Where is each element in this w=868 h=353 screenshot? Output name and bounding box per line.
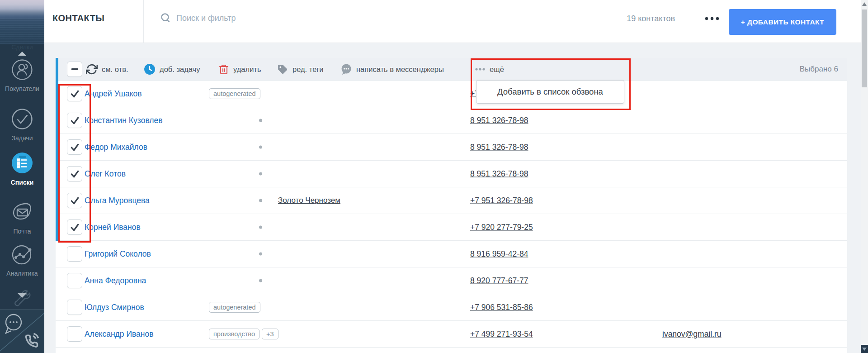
action-label: удалить <box>233 65 261 74</box>
search-input[interactable] <box>176 14 312 23</box>
contact-row: Анна Федоровна8 920 777-67-77 <box>56 267 847 294</box>
sidebar-item-settings[interactable] <box>0 286 44 311</box>
action-more[interactable]: ещё <box>475 58 504 81</box>
wrench-icon <box>10 286 34 310</box>
search-bar[interactable] <box>160 12 312 24</box>
scroll-down-button[interactable] <box>861 345 868 353</box>
status-dot-icon <box>259 119 262 122</box>
phone-link[interactable]: 8 916 959-42-84 <box>470 249 528 259</box>
sidebar: Сделки Покупатели Задачи Списки Почта Ан… <box>0 0 44 353</box>
phone-link[interactable]: 8 951 326-78-98 <box>470 169 528 179</box>
sidebar-scroll-down[interactable] <box>0 293 44 298</box>
status-dot-icon <box>259 226 262 229</box>
action-write-messengers[interactable]: написать в мессенджеры <box>340 58 444 81</box>
check-icon <box>70 222 80 233</box>
row-checkbox[interactable] <box>67 193 82 208</box>
contact-row: Александр Ивановпроизводство+3+7 499 271… <box>56 321 847 348</box>
phone-link[interactable]: +7 920 277-79-25 <box>470 223 533 232</box>
chevron-up-icon[interactable] <box>18 52 26 56</box>
ellipsis-icon <box>475 67 486 71</box>
contact-name-link[interactable]: Григорий Соколов <box>85 249 151 259</box>
sidebar-item-lists[interactable]: Списки <box>0 151 44 186</box>
contacts-panel: см. отв. доб. задачу удалить ред. теги н… <box>56 58 847 353</box>
contact-tag: производство <box>209 329 259 339</box>
chat-bubble-icon <box>6 315 21 333</box>
company-link[interactable]: Золото Чернозем <box>278 196 340 205</box>
status-dot-icon <box>259 253 262 256</box>
select-all-checkbox[interactable] <box>67 62 82 77</box>
sidebar-item-deals[interactable]: Сделки <box>0 43 44 56</box>
contact-name-link[interactable]: Александр Иванов <box>85 329 154 339</box>
contact-name-link[interactable]: Анна Федоровна <box>85 276 146 286</box>
row-checkbox[interactable] <box>67 300 82 315</box>
sidebar-item-buyers[interactable]: Покупатели <box>0 58 44 92</box>
row-checkbox[interactable] <box>67 113 82 128</box>
row-checkbox[interactable] <box>67 273 82 288</box>
contact-name-link[interactable]: Олег Котов <box>85 169 126 179</box>
phone-link[interactable]: +7 951 326-78-98 <box>470 196 533 205</box>
bulk-action-bar: см. отв. доб. задачу удалить ред. теги н… <box>56 58 847 81</box>
action-edit-tags[interactable]: ред. теги <box>277 58 324 81</box>
row-checkbox[interactable] <box>67 86 82 101</box>
chevron-down-icon <box>18 293 27 298</box>
page-title: КОНТАКТЫ <box>52 13 104 24</box>
contact-row: Федор Михайлов8 951 326-78-98 <box>56 134 847 161</box>
email-link[interactable]: ivanov@gmail.ru <box>662 329 722 339</box>
contact-row: Григорий Соколов8 916 959-42-84 <box>56 241 847 267</box>
add-contact-button[interactable]: + ДОБАВИТЬ КОНТАКТ <box>729 9 836 35</box>
header-more-button[interactable] <box>704 16 721 21</box>
sidebar-photo <box>0 0 44 44</box>
contact-name-link[interactable]: Корней Иванов <box>85 223 141 232</box>
contact-row: Юлдуз Смирновautogenerated+7 906 531-85-… <box>56 294 847 321</box>
contact-name-link[interactable]: Константин Кузовлев <box>85 116 163 125</box>
row-checkbox[interactable] <box>67 139 82 155</box>
action-label: доб. задачу <box>160 65 200 74</box>
sidebar-item-analytics[interactable]: Аналитика <box>0 243 44 277</box>
sidebar-item-tasks[interactable]: Задачи <box>0 107 44 142</box>
row-checkbox[interactable] <box>67 246 82 262</box>
dropdown-item-add-to-call-list[interactable]: Добавить в список обзвона <box>497 87 603 97</box>
action-add-task[interactable]: доб. задачу <box>144 58 200 81</box>
check-icon <box>70 169 80 179</box>
contact-name-link[interactable]: Андрей Ушаков <box>85 89 142 99</box>
header: КОНТАКТЫ 19 контактов + ДОБАВИТЬ КОНТАКТ <box>44 0 861 43</box>
check-icon <box>70 89 80 99</box>
contact-row: Ольга МуровцеваЗолото Чернозем+7 951 326… <box>56 187 847 214</box>
clock-icon <box>144 63 156 75</box>
status-dot-icon <box>259 146 262 149</box>
sidebar-item-label: Почта <box>0 228 44 235</box>
phone-link[interactable]: +7 499 271-93-54 <box>470 329 533 339</box>
action-see-responsible[interactable]: см. отв. <box>86 58 128 81</box>
phone-link[interactable]: 8 920 777-67-77 <box>470 276 528 286</box>
scrollbar-thumb[interactable] <box>862 10 867 87</box>
messenger-widget[interactable] <box>0 309 44 353</box>
contact-tag: autogenerated <box>209 88 260 99</box>
phone-icon <box>26 334 38 347</box>
vertical-scrollbar[interactable] <box>861 0 868 353</box>
tasks-icon <box>10 107 34 131</box>
contact-tags: autogenerated <box>209 302 260 313</box>
row-checkbox[interactable] <box>67 219 82 235</box>
phone-link[interactable]: 8 951 326-78-98 <box>470 116 528 125</box>
phone-link[interactable]: 8 951 326-78-98 <box>470 143 528 152</box>
contact-tag: autogenerated <box>209 302 260 313</box>
scroll-up-arrow-icon[interactable] <box>862 2 867 6</box>
action-delete[interactable]: удалить <box>218 58 261 81</box>
contacts-table-body: Андрей Ушаковautogenerated+7 951 326-78-… <box>56 81 847 348</box>
contact-name-link[interactable]: Ольга Муровцева <box>85 196 150 205</box>
contact-name-link[interactable]: Юлдуз Смирнов <box>85 303 144 312</box>
sidebar-item-label: Сделки <box>0 43 44 51</box>
contact-row: Андрей Ушаковautogenerated+7 951 326-78-… <box>56 81 847 107</box>
trash-icon <box>218 63 229 75</box>
sidebar-item-mail[interactable]: Почта <box>0 200 44 235</box>
mail-icon <box>10 200 34 224</box>
buyers-icon <box>10 58 34 81</box>
phone-link[interactable]: +7 906 531-85-86 <box>470 303 533 312</box>
contact-name-link[interactable]: Федор Михайлов <box>85 143 147 152</box>
minus-icon <box>71 68 78 70</box>
row-checkbox[interactable] <box>67 166 82 181</box>
row-checkbox[interactable] <box>67 326 82 342</box>
action-label: см. отв. <box>102 65 128 74</box>
more-dropdown: Добавить в список обзвона <box>476 80 624 104</box>
check-icon <box>70 142 80 153</box>
